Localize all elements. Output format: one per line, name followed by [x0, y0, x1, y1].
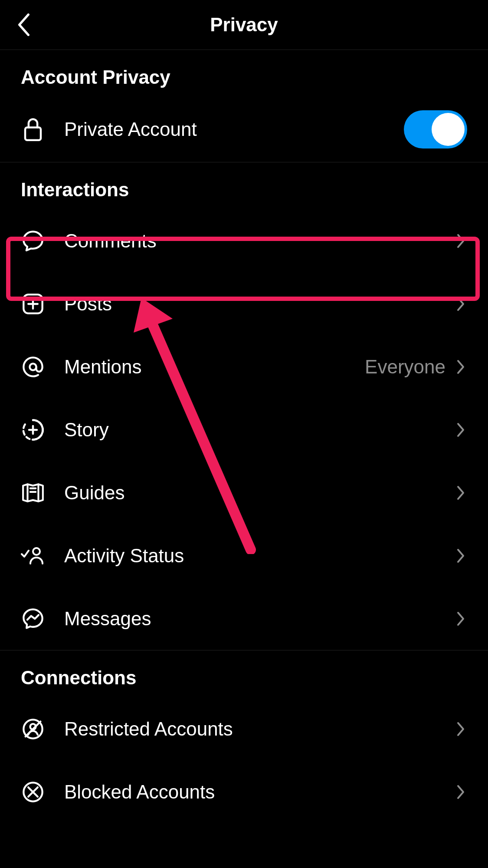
back-button[interactable]: [13, 14, 35, 36]
guides-label: Guides: [64, 482, 454, 504]
private-account-row[interactable]: Private Account: [0, 97, 488, 162]
section-header-interactions: Interactions: [0, 162, 488, 209]
blocked-icon: [21, 780, 45, 804]
blocked-accounts-label: Blocked Accounts: [64, 781, 454, 803]
svg-point-4: [29, 363, 36, 370]
restricted-accounts-label: Restricted Accounts: [64, 718, 454, 740]
mentions-label: Mentions: [64, 356, 365, 378]
blocked-accounts-row[interactable]: Blocked Accounts: [0, 760, 488, 823]
mentions-row[interactable]: Mentions Everyone: [0, 335, 488, 398]
chevron-right-icon: [454, 486, 467, 499]
chevron-right-icon: [454, 549, 467, 562]
comments-label: Comments: [64, 230, 454, 252]
posts-label: Posts: [64, 293, 454, 315]
messages-row[interactable]: Messages: [0, 587, 488, 650]
activity-status-icon: [21, 544, 45, 568]
guides-icon: [21, 481, 45, 505]
at-icon: [21, 355, 45, 379]
chevron-right-icon: [454, 297, 467, 310]
restricted-accounts-row[interactable]: Restricted Accounts: [0, 697, 488, 760]
messages-label: Messages: [64, 608, 454, 630]
posts-row[interactable]: Posts: [0, 272, 488, 335]
messenger-icon: [21, 607, 45, 631]
chevron-right-icon: [454, 234, 467, 248]
svg-rect-0: [25, 128, 41, 140]
svg-point-11: [33, 548, 40, 555]
section-header-account-privacy: Account Privacy: [0, 50, 488, 97]
comments-row[interactable]: Comments: [0, 209, 488, 272]
chevron-right-icon: [454, 785, 467, 799]
guides-row[interactable]: Guides: [0, 461, 488, 524]
lock-icon: [21, 117, 45, 142]
activity-status-label: Activity Status: [64, 545, 454, 567]
mentions-value: Everyone: [365, 356, 445, 378]
header: Privacy: [0, 0, 488, 50]
private-account-toggle[interactable]: [404, 110, 467, 149]
comment-icon: [21, 229, 45, 253]
chevron-left-icon: [16, 13, 31, 36]
story-row[interactable]: Story: [0, 398, 488, 461]
section-header-connections: Connections: [0, 650, 488, 697]
chevron-right-icon: [454, 723, 467, 736]
page-title: Privacy: [210, 14, 278, 36]
plus-square-icon: [21, 292, 45, 316]
story-plus-icon: [21, 418, 45, 442]
private-account-label: Private Account: [64, 119, 404, 140]
restricted-icon: [21, 717, 45, 741]
activity-status-row[interactable]: Activity Status: [0, 524, 488, 587]
chevron-right-icon: [454, 423, 467, 436]
chevron-right-icon: [454, 360, 467, 373]
story-label: Story: [64, 419, 454, 441]
chevron-right-icon: [454, 612, 467, 625]
